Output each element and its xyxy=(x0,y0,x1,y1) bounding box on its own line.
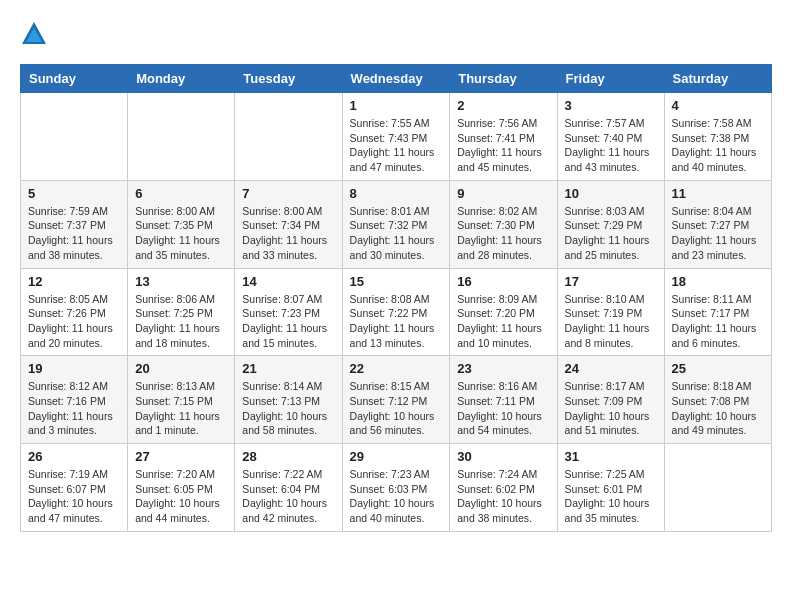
day-number: 18 xyxy=(672,274,764,289)
day-number: 3 xyxy=(565,98,657,113)
calendar-cell: 7Sunrise: 8:00 AM Sunset: 7:34 PM Daylig… xyxy=(235,180,342,268)
day-number: 12 xyxy=(28,274,120,289)
calendar-table: SundayMondayTuesdayWednesdayThursdayFrid… xyxy=(20,64,772,532)
calendar-cell: 30Sunrise: 7:24 AM Sunset: 6:02 PM Dayli… xyxy=(450,444,557,532)
day-info: Sunrise: 7:24 AM Sunset: 6:02 PM Dayligh… xyxy=(457,467,549,526)
calendar-cell: 21Sunrise: 8:14 AM Sunset: 7:13 PM Dayli… xyxy=(235,356,342,444)
calendar-cell: 23Sunrise: 8:16 AM Sunset: 7:11 PM Dayli… xyxy=(450,356,557,444)
day-number: 2 xyxy=(457,98,549,113)
calendar-cell: 9Sunrise: 8:02 AM Sunset: 7:30 PM Daylig… xyxy=(450,180,557,268)
week-row-1: 1Sunrise: 7:55 AM Sunset: 7:43 PM Daylig… xyxy=(21,93,772,181)
calendar-cell: 27Sunrise: 7:20 AM Sunset: 6:05 PM Dayli… xyxy=(128,444,235,532)
calendar-cell: 4Sunrise: 7:58 AM Sunset: 7:38 PM Daylig… xyxy=(664,93,771,181)
calendar-cell xyxy=(235,93,342,181)
day-info: Sunrise: 8:07 AM Sunset: 7:23 PM Dayligh… xyxy=(242,292,334,351)
calendar-cell: 10Sunrise: 8:03 AM Sunset: 7:29 PM Dayli… xyxy=(557,180,664,268)
day-number: 16 xyxy=(457,274,549,289)
day-number: 17 xyxy=(565,274,657,289)
day-number: 29 xyxy=(350,449,443,464)
day-info: Sunrise: 8:15 AM Sunset: 7:12 PM Dayligh… xyxy=(350,379,443,438)
day-info: Sunrise: 7:19 AM Sunset: 6:07 PM Dayligh… xyxy=(28,467,120,526)
calendar-cell: 24Sunrise: 8:17 AM Sunset: 7:09 PM Dayli… xyxy=(557,356,664,444)
day-number: 26 xyxy=(28,449,120,464)
calendar-cell: 15Sunrise: 8:08 AM Sunset: 7:22 PM Dayli… xyxy=(342,268,450,356)
day-number: 11 xyxy=(672,186,764,201)
weekday-header-monday: Monday xyxy=(128,65,235,93)
day-number: 1 xyxy=(350,98,443,113)
day-info: Sunrise: 8:00 AM Sunset: 7:34 PM Dayligh… xyxy=(242,204,334,263)
logo-icon xyxy=(20,20,48,48)
calendar-cell: 18Sunrise: 8:11 AM Sunset: 7:17 PM Dayli… xyxy=(664,268,771,356)
calendar-cell: 31Sunrise: 7:25 AM Sunset: 6:01 PM Dayli… xyxy=(557,444,664,532)
day-info: Sunrise: 8:17 AM Sunset: 7:09 PM Dayligh… xyxy=(565,379,657,438)
weekday-header-row: SundayMondayTuesdayWednesdayThursdayFrid… xyxy=(21,65,772,93)
day-number: 5 xyxy=(28,186,120,201)
day-number: 25 xyxy=(672,361,764,376)
week-row-2: 5Sunrise: 7:59 AM Sunset: 7:37 PM Daylig… xyxy=(21,180,772,268)
day-info: Sunrise: 7:20 AM Sunset: 6:05 PM Dayligh… xyxy=(135,467,227,526)
day-number: 14 xyxy=(242,274,334,289)
day-info: Sunrise: 8:01 AM Sunset: 7:32 PM Dayligh… xyxy=(350,204,443,263)
day-info: Sunrise: 8:18 AM Sunset: 7:08 PM Dayligh… xyxy=(672,379,764,438)
calendar-cell: 25Sunrise: 8:18 AM Sunset: 7:08 PM Dayli… xyxy=(664,356,771,444)
weekday-header-wednesday: Wednesday xyxy=(342,65,450,93)
calendar-cell xyxy=(128,93,235,181)
page-header xyxy=(20,20,772,48)
day-number: 6 xyxy=(135,186,227,201)
day-info: Sunrise: 8:00 AM Sunset: 7:35 PM Dayligh… xyxy=(135,204,227,263)
calendar-cell: 3Sunrise: 7:57 AM Sunset: 7:40 PM Daylig… xyxy=(557,93,664,181)
weekday-header-sunday: Sunday xyxy=(21,65,128,93)
weekday-header-thursday: Thursday xyxy=(450,65,557,93)
day-number: 27 xyxy=(135,449,227,464)
day-number: 20 xyxy=(135,361,227,376)
logo xyxy=(20,20,52,48)
day-info: Sunrise: 8:14 AM Sunset: 7:13 PM Dayligh… xyxy=(242,379,334,438)
day-info: Sunrise: 7:23 AM Sunset: 6:03 PM Dayligh… xyxy=(350,467,443,526)
calendar-cell: 12Sunrise: 8:05 AM Sunset: 7:26 PM Dayli… xyxy=(21,268,128,356)
day-info: Sunrise: 7:25 AM Sunset: 6:01 PM Dayligh… xyxy=(565,467,657,526)
day-number: 24 xyxy=(565,361,657,376)
day-info: Sunrise: 7:58 AM Sunset: 7:38 PM Dayligh… xyxy=(672,116,764,175)
day-number: 4 xyxy=(672,98,764,113)
day-number: 10 xyxy=(565,186,657,201)
calendar-cell: 5Sunrise: 7:59 AM Sunset: 7:37 PM Daylig… xyxy=(21,180,128,268)
week-row-4: 19Sunrise: 8:12 AM Sunset: 7:16 PM Dayli… xyxy=(21,356,772,444)
calendar-cell xyxy=(664,444,771,532)
day-info: Sunrise: 8:06 AM Sunset: 7:25 PM Dayligh… xyxy=(135,292,227,351)
calendar-cell: 14Sunrise: 8:07 AM Sunset: 7:23 PM Dayli… xyxy=(235,268,342,356)
calendar-cell: 28Sunrise: 7:22 AM Sunset: 6:04 PM Dayli… xyxy=(235,444,342,532)
calendar-cell: 8Sunrise: 8:01 AM Sunset: 7:32 PM Daylig… xyxy=(342,180,450,268)
day-number: 19 xyxy=(28,361,120,376)
day-info: Sunrise: 8:05 AM Sunset: 7:26 PM Dayligh… xyxy=(28,292,120,351)
day-info: Sunrise: 8:02 AM Sunset: 7:30 PM Dayligh… xyxy=(457,204,549,263)
calendar-cell: 13Sunrise: 8:06 AM Sunset: 7:25 PM Dayli… xyxy=(128,268,235,356)
weekday-header-tuesday: Tuesday xyxy=(235,65,342,93)
day-info: Sunrise: 7:57 AM Sunset: 7:40 PM Dayligh… xyxy=(565,116,657,175)
calendar-cell: 17Sunrise: 8:10 AM Sunset: 7:19 PM Dayli… xyxy=(557,268,664,356)
calendar-cell xyxy=(21,93,128,181)
calendar-cell: 26Sunrise: 7:19 AM Sunset: 6:07 PM Dayli… xyxy=(21,444,128,532)
day-number: 15 xyxy=(350,274,443,289)
day-info: Sunrise: 8:10 AM Sunset: 7:19 PM Dayligh… xyxy=(565,292,657,351)
calendar-cell: 16Sunrise: 8:09 AM Sunset: 7:20 PM Dayli… xyxy=(450,268,557,356)
day-info: Sunrise: 7:56 AM Sunset: 7:41 PM Dayligh… xyxy=(457,116,549,175)
day-info: Sunrise: 8:08 AM Sunset: 7:22 PM Dayligh… xyxy=(350,292,443,351)
calendar-cell: 2Sunrise: 7:56 AM Sunset: 7:41 PM Daylig… xyxy=(450,93,557,181)
calendar-cell: 11Sunrise: 8:04 AM Sunset: 7:27 PM Dayli… xyxy=(664,180,771,268)
day-number: 30 xyxy=(457,449,549,464)
day-info: Sunrise: 8:09 AM Sunset: 7:20 PM Dayligh… xyxy=(457,292,549,351)
week-row-3: 12Sunrise: 8:05 AM Sunset: 7:26 PM Dayli… xyxy=(21,268,772,356)
day-info: Sunrise: 7:55 AM Sunset: 7:43 PM Dayligh… xyxy=(350,116,443,175)
day-number: 9 xyxy=(457,186,549,201)
day-number: 7 xyxy=(242,186,334,201)
calendar-cell: 6Sunrise: 8:00 AM Sunset: 7:35 PM Daylig… xyxy=(128,180,235,268)
day-number: 31 xyxy=(565,449,657,464)
day-info: Sunrise: 8:04 AM Sunset: 7:27 PM Dayligh… xyxy=(672,204,764,263)
calendar-cell: 1Sunrise: 7:55 AM Sunset: 7:43 PM Daylig… xyxy=(342,93,450,181)
day-number: 21 xyxy=(242,361,334,376)
day-info: Sunrise: 8:11 AM Sunset: 7:17 PM Dayligh… xyxy=(672,292,764,351)
day-info: Sunrise: 7:22 AM Sunset: 6:04 PM Dayligh… xyxy=(242,467,334,526)
day-info: Sunrise: 8:03 AM Sunset: 7:29 PM Dayligh… xyxy=(565,204,657,263)
calendar-cell: 22Sunrise: 8:15 AM Sunset: 7:12 PM Dayli… xyxy=(342,356,450,444)
calendar-cell: 20Sunrise: 8:13 AM Sunset: 7:15 PM Dayli… xyxy=(128,356,235,444)
